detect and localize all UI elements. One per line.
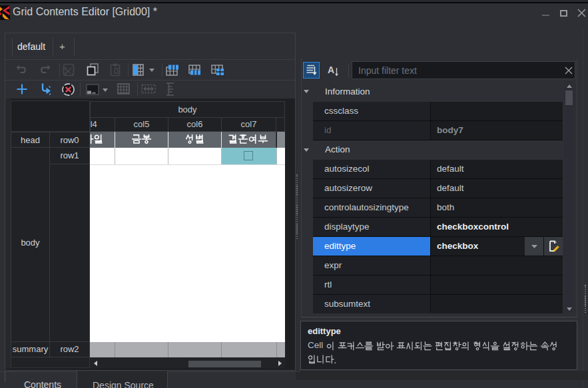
svg-text:A: A bbox=[328, 65, 334, 75]
